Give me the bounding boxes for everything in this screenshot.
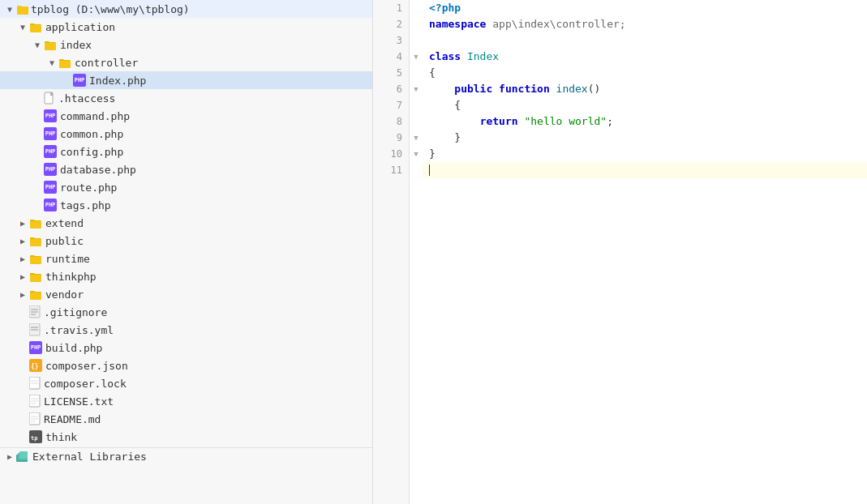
svg-rect-10 bbox=[30, 292, 41, 300]
tree-vendor[interactable]: ▶ vendor bbox=[0, 285, 372, 303]
extlib-arrow: ▶ bbox=[3, 452, 16, 461]
code-8-indent bbox=[429, 113, 480, 130]
code-4-class: class bbox=[429, 49, 461, 65]
code-7-brace: { bbox=[454, 97, 461, 113]
database-php-label: database.php bbox=[60, 164, 136, 176]
tree-runtime[interactable]: ▶ runtime bbox=[0, 250, 372, 267]
fold-4[interactable]: ▼ bbox=[410, 49, 423, 65]
fold-6-icon[interactable]: ▼ bbox=[414, 85, 418, 93]
common-php-label: common.php bbox=[60, 128, 123, 140]
fold-6[interactable]: ▼ bbox=[410, 81, 423, 97]
tree-database.php[interactable]: PHP database.php bbox=[0, 160, 372, 178]
vendor-label: vendor bbox=[45, 288, 84, 301]
controller-folder-icon bbox=[58, 58, 71, 68]
tree-tags.php[interactable]: PHP tags.php bbox=[0, 196, 372, 214]
external-libraries-label: External Libraries bbox=[32, 451, 147, 463]
code-line-8: return "hello world" ; bbox=[423, 113, 867, 130]
config-php-label: config.php bbox=[60, 146, 123, 158]
line-num-2: 2 bbox=[373, 16, 409, 32]
fold-7 bbox=[410, 97, 423, 113]
code-line-2: namespace app\index\controller; bbox=[423, 16, 867, 32]
tree-composer.json[interactable]: {} composer.json bbox=[0, 357, 372, 374]
code-6-function: function bbox=[499, 81, 550, 97]
tree-README.md[interactable]: README.md bbox=[0, 410, 372, 428]
index-folder-icon bbox=[44, 40, 57, 50]
thinkphp-label: thinkphp bbox=[45, 271, 97, 283]
code-line-11[interactable] bbox=[423, 162, 867, 178]
svg-rect-0 bbox=[17, 7, 28, 15]
code-4-classname: Index bbox=[467, 49, 499, 65]
code-2-namespace: namespace bbox=[429, 16, 486, 32]
tree-external-libraries[interactable]: ▶ External Libraries bbox=[0, 447, 372, 465]
public-folder-icon bbox=[29, 236, 42, 246]
root-folder-icon bbox=[16, 4, 29, 15]
common-php-icon: PHP bbox=[44, 127, 57, 140]
svg-text:tp: tp bbox=[31, 435, 37, 442]
line-num-8: 8 bbox=[373, 113, 409, 130]
code-5-brace: { bbox=[429, 65, 436, 81]
code-8-semi: ; bbox=[607, 113, 613, 130]
tree-route.php[interactable]: PHP route.php bbox=[0, 178, 372, 196]
code-editor: 1 2 3 4 5 6 7 8 9 10 11 ▼ ▼ bbox=[373, 0, 867, 504]
svg-text:{}: {} bbox=[31, 363, 39, 370]
build-php-icon: PHP bbox=[29, 341, 42, 354]
tags-php-icon: PHP bbox=[44, 199, 57, 211]
code-6-parens: () bbox=[588, 81, 601, 97]
tree-gitignore[interactable]: .gitignore bbox=[0, 303, 372, 321]
fold-10[interactable]: ▼ bbox=[410, 146, 423, 162]
license-label: LICENSE.txt bbox=[44, 395, 114, 408]
fold-1 bbox=[410, 0, 423, 16]
tree-config.php[interactable]: PHP config.php bbox=[0, 143, 372, 160]
tree-travis[interactable]: .travis.yml bbox=[0, 321, 372, 339]
line-num-7: 7 bbox=[373, 97, 409, 113]
composer-lock-icon bbox=[29, 377, 41, 390]
code-content: 1 2 3 4 5 6 7 8 9 10 11 ▼ ▼ bbox=[373, 0, 867, 504]
code-line-6: public function index () bbox=[423, 81, 867, 97]
public-arrow: ▶ bbox=[16, 237, 29, 246]
fold-4-icon[interactable]: ▼ bbox=[414, 53, 418, 61]
tree-common.php[interactable]: PHP common.php bbox=[0, 125, 372, 143]
index-php-label: Index.php bbox=[89, 75, 146, 87]
tree-controller[interactable]: ▼ controller bbox=[0, 53, 372, 71]
tree-thinkphp[interactable]: ▶ thinkphp bbox=[0, 267, 372, 285]
index-arrow: ▼ bbox=[31, 41, 44, 49]
tree-composer.lock[interactable]: composer.lock bbox=[0, 374, 372, 392]
tree-index[interactable]: ▼ index bbox=[0, 36, 372, 53]
tree-application[interactable]: ▼ application bbox=[0, 18, 372, 36]
code-8-return: return bbox=[480, 113, 518, 130]
code-line-4: class Index bbox=[423, 49, 867, 65]
tree-command.php[interactable]: PHP command.php bbox=[0, 107, 372, 125]
svg-rect-3 bbox=[59, 60, 71, 68]
code-8-string: "hello world" bbox=[524, 113, 607, 130]
code-6-indent bbox=[429, 81, 454, 97]
line-numbers: 1 2 3 4 5 6 7 8 9 10 11 bbox=[373, 0, 410, 504]
tree-public[interactable]: ▶ public bbox=[0, 232, 372, 250]
code-6-fnname: index bbox=[556, 81, 588, 97]
application-folder-icon bbox=[29, 22, 42, 32]
code-2-space bbox=[486, 16, 492, 32]
tree-Index.php[interactable]: PHP Index.php bbox=[0, 71, 372, 89]
code-line-7: { bbox=[423, 97, 867, 113]
extend-label: extend bbox=[45, 217, 84, 229]
tree-think[interactable]: tp think bbox=[0, 428, 372, 446]
code-lines[interactable]: <?php namespace app\index\controller; cl… bbox=[423, 0, 867, 504]
fold-9[interactable]: ▼ bbox=[410, 130, 423, 146]
tree-LICENSE.txt[interactable]: LICENSE.txt bbox=[0, 392, 372, 410]
fold-11 bbox=[410, 162, 423, 178]
tree-extend[interactable]: ▶ extend bbox=[0, 214, 372, 232]
thinkphp-folder-icon bbox=[29, 271, 42, 282]
tree-root[interactable]: ▼ tpblog (D:\www\my\tpblog) bbox=[0, 0, 372, 18]
application-arrow: ▼ bbox=[16, 23, 29, 32]
extend-arrow: ▶ bbox=[16, 219, 29, 228]
fold-10-icon[interactable]: ▼ bbox=[414, 150, 418, 158]
tree-htaccess[interactable]: .htaccess bbox=[0, 89, 372, 107]
readme-label: README.md bbox=[44, 413, 101, 425]
tree-build.php[interactable]: PHP build.php bbox=[0, 339, 372, 357]
thinkphp-arrow: ▶ bbox=[16, 272, 29, 281]
svg-rect-5 bbox=[50, 92, 53, 96]
line-num-1: 1 bbox=[373, 0, 409, 16]
fold-gutter: ▼ ▼ ▼ ▼ bbox=[410, 0, 423, 504]
code-line-3 bbox=[423, 32, 867, 49]
runtime-arrow: ▶ bbox=[16, 254, 29, 263]
fold-9-icon[interactable]: ▼ bbox=[414, 134, 418, 142]
